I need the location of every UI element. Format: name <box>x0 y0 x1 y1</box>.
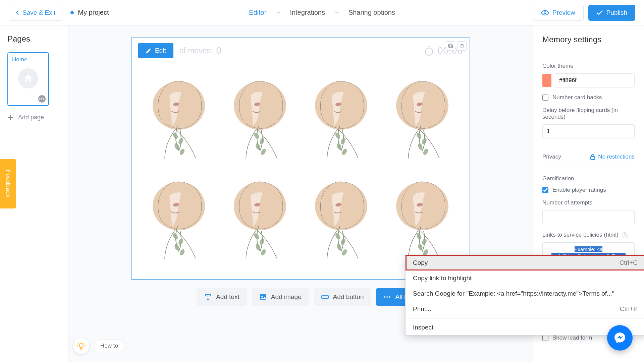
check-icon <box>596 10 603 15</box>
editor-canvas[interactable]: Edit of moves: 0 00:00 <box>131 38 470 280</box>
svg-point-18 <box>334 132 341 139</box>
memory-card[interactable] <box>142 75 216 163</box>
checkbox-icon[interactable] <box>542 335 548 341</box>
color-input[interactable] <box>555 73 635 87</box>
enable-ratings-checkbox[interactable]: Enable player ratings <box>542 187 635 193</box>
svg-point-57 <box>386 296 388 298</box>
publish-button[interactable]: Publish <box>588 5 635 21</box>
pages-title: Pages <box>7 34 61 44</box>
attempts-input[interactable] <box>542 210 635 224</box>
lightbulb-icon <box>76 341 86 351</box>
svg-point-31 <box>177 238 184 245</box>
card-illustration-icon <box>226 176 293 263</box>
svg-point-14 <box>255 143 261 150</box>
memory-card[interactable] <box>304 75 378 163</box>
edit-label: Edit <box>155 47 166 54</box>
svg-point-50 <box>417 243 423 251</box>
delay-label: Delay before flipping cards (in seconds) <box>542 107 635 120</box>
canvas-actions <box>442 38 470 54</box>
add-image-button[interactable]: Add image <box>252 288 309 306</box>
ctx-print-label: Print... <box>413 305 431 313</box>
memory-card[interactable] <box>304 176 378 263</box>
page-thumb-home[interactable]: Home ••• <box>7 52 49 106</box>
home-icon <box>18 68 38 88</box>
ctx-separator <box>406 318 644 318</box>
svg-point-6 <box>172 132 179 139</box>
unlock-icon <box>590 154 595 160</box>
svg-point-30 <box>172 232 179 240</box>
gamification-label: Gamification <box>542 175 635 182</box>
add-button-button[interactable]: Add button <box>314 288 371 306</box>
card-illustration-icon <box>145 75 212 163</box>
pencil-icon <box>146 48 152 54</box>
memory-card[interactable] <box>142 176 216 263</box>
nav-step-sharing[interactable]: Sharing options <box>348 9 395 16</box>
block-toolbar: Add text Add image Add button All blocks <box>197 288 430 306</box>
page-options-icon[interactable]: ••• <box>38 95 46 103</box>
checkbox-icon[interactable] <box>542 187 548 193</box>
feedback-tab[interactable]: Feedback <box>0 159 16 208</box>
checkbox-icon[interactable] <box>542 95 548 101</box>
delete-button[interactable] <box>457 41 467 51</box>
card-illustration-icon <box>226 75 293 163</box>
svg-point-53 <box>261 296 263 297</box>
privacy-value-button[interactable]: No restrictions <box>590 154 635 160</box>
svg-point-49 <box>421 238 427 245</box>
plus-icon <box>7 115 13 121</box>
card-illustration-icon <box>389 176 456 263</box>
memory-card[interactable] <box>223 75 297 163</box>
ctx-print[interactable]: Print... Ctrl+P <box>406 301 644 317</box>
card-illustration-icon <box>389 75 456 163</box>
save-exit-label: Save & Exit <box>22 9 55 16</box>
ctx-search-label: Search Google for "Example: <a href="htt… <box>413 290 614 297</box>
ctx-inspect-label: Inspect <box>413 324 433 331</box>
privacy-label: Privacy <box>542 154 561 160</box>
svg-point-20 <box>336 143 342 150</box>
page-thumb-label: Home <box>12 56 44 63</box>
howto: How to <box>73 338 124 354</box>
svg-point-8 <box>174 143 180 150</box>
howto-chip[interactable]: How to <box>94 340 124 352</box>
memory-card[interactable] <box>223 176 297 263</box>
memory-card[interactable] <box>385 176 460 263</box>
ctx-search-google[interactable]: Search Google for "Example: <a href="htt… <box>406 286 644 301</box>
edit-button[interactable]: Edit <box>138 43 173 58</box>
nav-step-editor[interactable]: Editor <box>249 9 266 16</box>
preview-button[interactable]: Preview <box>533 5 584 21</box>
svg-rect-1 <box>449 45 452 48</box>
chat-button[interactable] <box>607 325 633 351</box>
svg-point-26 <box>417 143 423 150</box>
preview-label: Preview <box>552 9 575 16</box>
svg-point-24 <box>416 132 422 139</box>
add-page-label: Add page <box>18 114 44 121</box>
number-card-backs-checkbox[interactable]: Number card backs <box>542 94 635 101</box>
moves-label: of moves: <box>179 46 213 55</box>
svg-point-13 <box>259 137 265 145</box>
add-page-button[interactable]: Add page <box>7 114 61 121</box>
svg-point-7 <box>177 137 184 145</box>
duplicate-button[interactable] <box>446 41 455 51</box>
save-exit-button[interactable]: Save & Exit <box>9 5 62 21</box>
card-grid <box>131 62 470 266</box>
svg-point-44 <box>336 243 342 251</box>
nav-step-integrations[interactable]: Integrations <box>290 9 325 16</box>
ctx-copy-shortcut: Ctrl+C <box>620 259 638 266</box>
add-text-button[interactable]: Add text <box>197 288 247 306</box>
howto-bulb-button[interactable] <box>73 338 89 354</box>
ctx-copy-link[interactable]: Copy link to highlight <box>406 270 644 286</box>
context-menu: Copy Ctrl+C Copy link to highlight Searc… <box>405 255 644 336</box>
topbar-right: Preview Publish <box>533 5 635 21</box>
delay-input[interactable] <box>542 124 635 138</box>
help-icon[interactable]: ? <box>622 232 628 238</box>
svg-point-32 <box>174 243 180 251</box>
text-icon <box>204 293 212 301</box>
settings-title: Memory settings <box>542 35 635 44</box>
svg-point-25 <box>421 137 427 145</box>
svg-point-48 <box>416 232 422 240</box>
memory-card[interactable] <box>385 75 460 163</box>
add-image-label: Add image <box>271 293 302 301</box>
project-name[interactable]: My project <box>70 9 109 16</box>
color-swatch[interactable] <box>542 74 551 87</box>
nav-steps: Editor → Integrations → Sharing options <box>249 9 395 16</box>
ctx-copy[interactable]: Copy Ctrl+C <box>406 255 644 270</box>
